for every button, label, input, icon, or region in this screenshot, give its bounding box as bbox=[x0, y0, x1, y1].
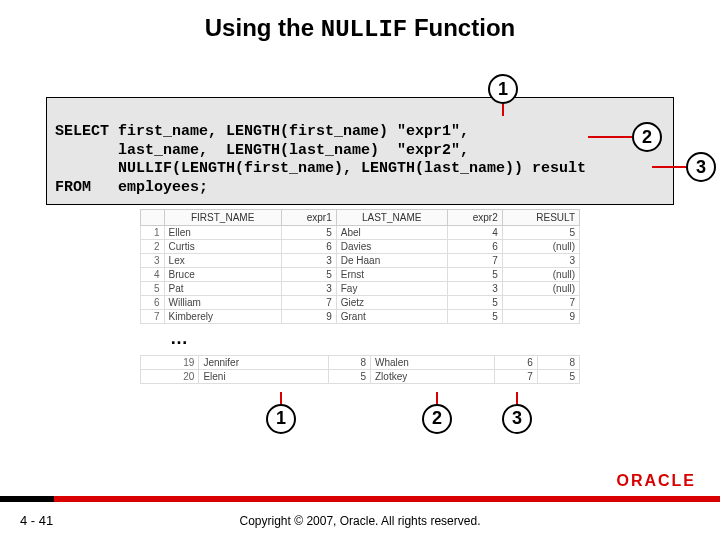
sql-line-1: SELECT first_name, LENGTH(first_name) "e… bbox=[55, 123, 469, 140]
cell: 5 bbox=[328, 369, 370, 383]
cell: 5 bbox=[447, 267, 502, 281]
cell: Ellen bbox=[164, 225, 281, 239]
cell: (null) bbox=[502, 281, 579, 295]
cell: Bruce bbox=[164, 267, 281, 281]
cell: Gietz bbox=[336, 295, 447, 309]
footer-bar bbox=[0, 496, 720, 502]
col-result: RESULT bbox=[502, 209, 579, 225]
cell: 3 bbox=[447, 281, 502, 295]
table-row: 6William7Gietz57 bbox=[141, 295, 580, 309]
table-row: 19Jennifer8Whalen68 bbox=[141, 355, 580, 369]
title-suffix: Function bbox=[407, 14, 515, 41]
callout-bottom-1: 1 bbox=[266, 404, 296, 434]
cell: 5 bbox=[281, 225, 336, 239]
cell: Abel bbox=[336, 225, 447, 239]
cell: Lex bbox=[164, 253, 281, 267]
title-prefix: Using the bbox=[205, 14, 321, 41]
cell: Grant bbox=[336, 309, 447, 323]
cell: Jennifer bbox=[199, 355, 328, 369]
cell: (null) bbox=[502, 267, 579, 281]
cell: 9 bbox=[281, 309, 336, 323]
cell: 6 bbox=[281, 239, 336, 253]
cell: 7 bbox=[495, 369, 537, 383]
results-bottom: 19Jennifer8Whalen6820Eleni5Zlotkey75 bbox=[140, 355, 580, 384]
callout-top-3: 3 bbox=[686, 152, 716, 182]
cell: Davies bbox=[336, 239, 447, 253]
header-row: FIRST_NAME expr1 LAST_NAME expr2 RESULT bbox=[141, 209, 580, 225]
col-lastname: LAST_NAME bbox=[336, 209, 447, 225]
cell: 4 bbox=[447, 225, 502, 239]
connector-3 bbox=[652, 166, 686, 168]
callout-top-2: 2 bbox=[632, 122, 662, 152]
col-rownum bbox=[141, 209, 165, 225]
cell: 7 bbox=[447, 253, 502, 267]
bottom-callouts: 1 2 3 bbox=[140, 402, 580, 442]
cell: 1 bbox=[141, 225, 165, 239]
table-row: 7Kimberely9Grant59 bbox=[141, 309, 580, 323]
cell: 5 bbox=[537, 369, 579, 383]
oracle-logo: ORACLE bbox=[616, 472, 696, 490]
cell: 3 bbox=[141, 253, 165, 267]
cell: 8 bbox=[328, 355, 370, 369]
connector-1 bbox=[502, 104, 504, 116]
results: FIRST_NAME expr1 LAST_NAME expr2 RESULT … bbox=[140, 209, 580, 324]
cell: 6 bbox=[495, 355, 537, 369]
cell: Whalen bbox=[370, 355, 494, 369]
table-row: 2Curtis6Davies6(null) bbox=[141, 239, 580, 253]
cell: 7 bbox=[281, 295, 336, 309]
table-row: 3Lex3De Haan73 bbox=[141, 253, 580, 267]
ellipsis: … bbox=[170, 324, 720, 351]
sql-line-4: FROM employees; bbox=[55, 179, 208, 196]
cell: 4 bbox=[141, 267, 165, 281]
results-table-bottom: 19Jennifer8Whalen6820Eleni5Zlotkey75 bbox=[140, 355, 580, 384]
col-expr2: expr2 bbox=[447, 209, 502, 225]
cell: (null) bbox=[502, 239, 579, 253]
cell: Eleni bbox=[199, 369, 328, 383]
cell: 3 bbox=[502, 253, 579, 267]
sql-code: SELECT first_name, LENGTH(first_name) "e… bbox=[46, 97, 674, 205]
cell: 3 bbox=[281, 281, 336, 295]
cell: Fay bbox=[336, 281, 447, 295]
cell: 6 bbox=[447, 239, 502, 253]
cell: 3 bbox=[281, 253, 336, 267]
callout-bottom-3: 3 bbox=[502, 404, 532, 434]
callout-bottom-2: 2 bbox=[422, 404, 452, 434]
table-row: 20Eleni5Zlotkey75 bbox=[141, 369, 580, 383]
table-row: 4Bruce5Ernst5(null) bbox=[141, 267, 580, 281]
cell: 9 bbox=[502, 309, 579, 323]
cell: 7 bbox=[502, 295, 579, 309]
col-expr1: expr1 bbox=[281, 209, 336, 225]
cell: 19 bbox=[141, 355, 199, 369]
cell: 7 bbox=[141, 309, 165, 323]
connector-2 bbox=[588, 136, 632, 138]
cell: Pat bbox=[164, 281, 281, 295]
table-row: 5Pat3Fay3(null) bbox=[141, 281, 580, 295]
cell: 5 bbox=[281, 267, 336, 281]
table-row: 1Ellen5Abel45 bbox=[141, 225, 580, 239]
cell: 6 bbox=[141, 295, 165, 309]
cell: Zlotkey bbox=[370, 369, 494, 383]
cell: 5 bbox=[502, 225, 579, 239]
cell: William bbox=[164, 295, 281, 309]
cell: 2 bbox=[141, 239, 165, 253]
cell: 5 bbox=[141, 281, 165, 295]
cell: 5 bbox=[447, 295, 502, 309]
sql-line-3: NULLIF(LENGTH(first_name), LENGTH(last_n… bbox=[55, 160, 586, 177]
cell: 8 bbox=[537, 355, 579, 369]
cell: Kimberely bbox=[164, 309, 281, 323]
sql-line-2: last_name, LENGTH(last_name) "expr2", bbox=[55, 142, 469, 159]
cell: 5 bbox=[447, 309, 502, 323]
col-firstname: FIRST_NAME bbox=[164, 209, 281, 225]
cell: Curtis bbox=[164, 239, 281, 253]
callout-top-1: 1 bbox=[488, 74, 518, 104]
results-table: FIRST_NAME expr1 LAST_NAME expr2 RESULT … bbox=[140, 209, 580, 324]
copyright: Copyright © 2007, Oracle. All rights res… bbox=[0, 514, 720, 528]
title-mono: NULLIF bbox=[321, 16, 407, 43]
cell: 20 bbox=[141, 369, 199, 383]
cell: De Haan bbox=[336, 253, 447, 267]
slide-title: Using the NULLIF Function bbox=[0, 0, 720, 49]
cell: Ernst bbox=[336, 267, 447, 281]
